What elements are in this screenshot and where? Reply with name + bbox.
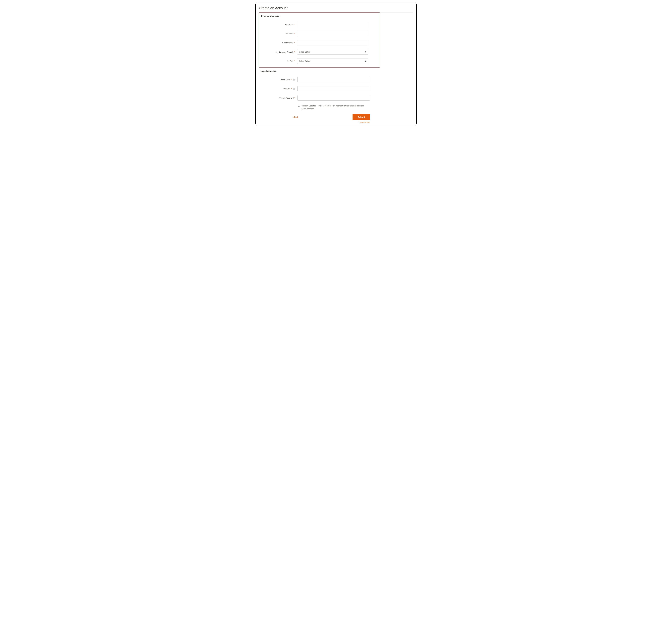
required-star-icon: *	[291, 88, 292, 90]
label-email: Email Address *	[260, 42, 297, 44]
label-confirm-password: Confirm Password *	[259, 97, 297, 99]
personal-info-section: Personal Information First Name * Last N…	[259, 13, 380, 68]
help-icon[interactable]: ?	[293, 88, 295, 90]
row-email: Email Address *	[260, 40, 377, 45]
submit-button[interactable]: Submit	[353, 114, 370, 120]
required-star-icon: *	[294, 51, 295, 53]
role-select[interactable]: Select Option	[297, 59, 368, 64]
last-name-input[interactable]	[297, 31, 368, 36]
account-page: Create an Account Personal Information F…	[255, 3, 417, 125]
row-first-name: First Name *	[260, 22, 377, 27]
password-input[interactable]	[297, 86, 370, 91]
security-updates-label: Security Updates - email notifications o…	[302, 104, 367, 110]
row-password: Password * ?	[259, 86, 413, 91]
security-updates-checkbox[interactable]	[298, 105, 300, 107]
actions-row: « Back Submit	[259, 114, 370, 120]
sort-icon	[365, 60, 366, 62]
required-star-icon: *	[294, 97, 295, 99]
required-star-icon: *	[291, 79, 292, 80]
required-star-icon: *	[294, 24, 295, 25]
back-link[interactable]: « Back	[293, 116, 298, 118]
label-last-name: Last Name *	[260, 33, 297, 35]
label-company: My Company Primarily *	[260, 51, 297, 53]
email-input[interactable]	[297, 40, 368, 45]
required-star-icon: *	[294, 42, 295, 44]
section-title-login: Login Information	[261, 70, 413, 73]
required-fields-note: * Required Fields	[259, 121, 370, 123]
first-name-input[interactable]	[297, 22, 368, 27]
label-first-name: First Name *	[260, 24, 297, 26]
required-star-icon: *	[294, 33, 295, 34]
label-screen-name: Screen Name * ?	[259, 78, 297, 81]
login-info-section: Login Information Screen Name * ? Passwo…	[259, 70, 413, 123]
row-confirm-password: Confirm Password *	[259, 95, 413, 100]
row-security-updates: Security Updates - email notifications o…	[259, 104, 413, 110]
section-title-personal: Personal Information	[261, 15, 377, 18]
confirm-password-input[interactable]	[297, 95, 370, 100]
required-star-icon: *	[294, 60, 295, 62]
row-screen-name: Screen Name * ?	[259, 77, 413, 82]
row-company: My Company Primarily * Select Option	[260, 49, 377, 54]
sort-icon	[365, 51, 366, 53]
row-last-name: Last Name *	[260, 31, 377, 36]
page-title: Create an Account	[259, 6, 413, 11]
screen-name-input[interactable]	[297, 77, 370, 82]
help-icon[interactable]: ?	[293, 78, 295, 81]
company-select[interactable]: Select Option	[297, 49, 368, 54]
label-role: My Role *	[260, 60, 297, 62]
row-role: My Role * Select Option	[260, 59, 377, 64]
label-password: Password * ?	[259, 88, 297, 90]
